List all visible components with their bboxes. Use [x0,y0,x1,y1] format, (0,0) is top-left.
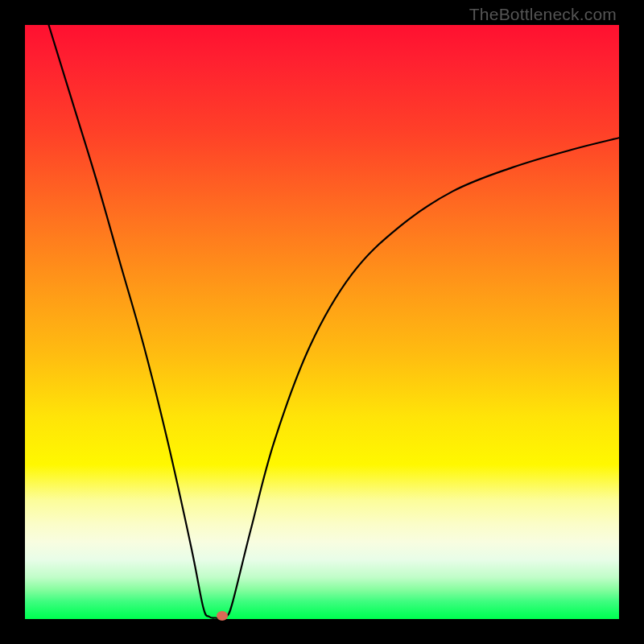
chart-frame: TheBottleneck.com [0,0,644,644]
watermark-text: TheBottleneck.com [469,5,617,24]
bottleneck-marker [217,611,228,621]
plot-area [25,25,619,619]
